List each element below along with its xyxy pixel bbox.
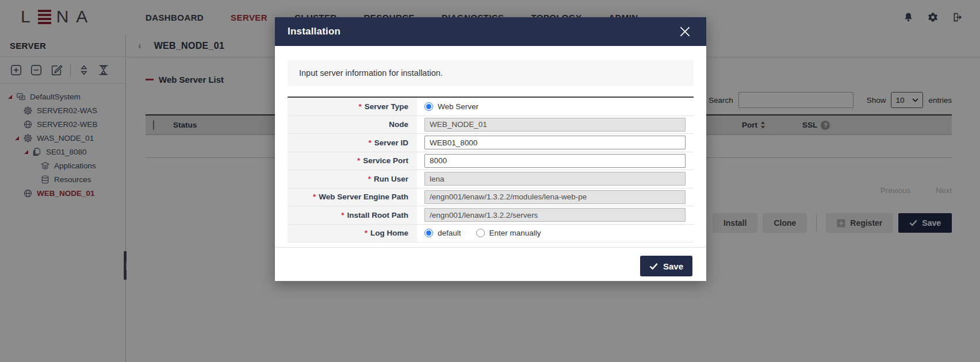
form-row-server-id: * Server ID [288, 134, 694, 152]
log-home-manual-radio[interactable]: Enter manually [476, 229, 541, 237]
field-label-text: Web Server Engine Path [319, 192, 408, 201]
radio-unselected-icon[interactable] [476, 229, 485, 237]
form-row-install-root-path: * Install Root Path [288, 206, 694, 225]
form-row-node: Node [288, 116, 694, 134]
node-field [424, 118, 686, 132]
install-root-path-field [424, 208, 686, 222]
field-label-text: Service Port [363, 156, 408, 165]
form-row-run-user: * Run User [288, 170, 694, 188]
field-label: Node [288, 116, 417, 134]
field-label-text: Install Root Path [347, 211, 408, 219]
run-user-field [424, 172, 686, 186]
form-row-server-type: * Server Type Web Server [288, 98, 694, 116]
field-label: * Log Home [288, 225, 417, 242]
field-label: * Server ID [288, 134, 417, 152]
field-label: * Service Port [288, 152, 417, 170]
modal-info-text: Input server information for installatio… [288, 60, 694, 86]
check-icon [649, 263, 658, 270]
field-label: * Run User [288, 170, 417, 188]
field-label: * Install Root Path [288, 206, 417, 224]
modal-header: Installation [275, 17, 706, 46]
server-type-web-server-radio[interactable]: Web Server [424, 102, 478, 111]
form-row-engine-path: * Web Server Engine Path [288, 188, 694, 207]
installation-form: * Server Type Web Server Node * Se [288, 97, 694, 242]
required-marker: * [357, 156, 360, 165]
modal-save-label: Save [663, 261, 683, 271]
modal-save-button[interactable]: Save [640, 256, 692, 276]
field-label-text: Log Home [370, 229, 408, 237]
log-home-default-radio[interactable]: default [424, 229, 461, 237]
required-marker: * [368, 138, 371, 147]
required-marker: * [358, 102, 361, 111]
engine-path-field [424, 190, 686, 204]
field-label-text: Node [389, 120, 408, 129]
field-label-text: Run User [374, 175, 408, 183]
radio-label: default [438, 229, 461, 237]
required-marker: * [365, 229, 368, 237]
server-id-field[interactable] [424, 136, 686, 149]
service-port-field[interactable] [424, 154, 686, 168]
modal-title: Installation [288, 26, 340, 37]
installation-modal: Installation Input server information fo… [275, 17, 706, 281]
field-label-text: Server Type [365, 102, 408, 111]
modal-footer: Save [275, 247, 706, 276]
form-row-log-home: * Log Home default Enter manually [288, 225, 694, 243]
form-row-service-port: * Service Port [288, 152, 694, 171]
required-marker: * [313, 192, 316, 201]
required-marker: * [368, 175, 371, 183]
radio-label: Web Server [438, 102, 478, 111]
field-label: * Web Server Engine Path [288, 188, 417, 206]
close-icon[interactable] [676, 23, 694, 40]
field-label: * Server Type [288, 98, 417, 115]
required-marker: * [341, 211, 344, 219]
radio-selected-icon[interactable] [424, 102, 433, 111]
radio-label: Enter manually [489, 229, 541, 237]
radio-selected-icon[interactable] [424, 229, 433, 237]
field-label-text: Server ID [374, 138, 408, 147]
